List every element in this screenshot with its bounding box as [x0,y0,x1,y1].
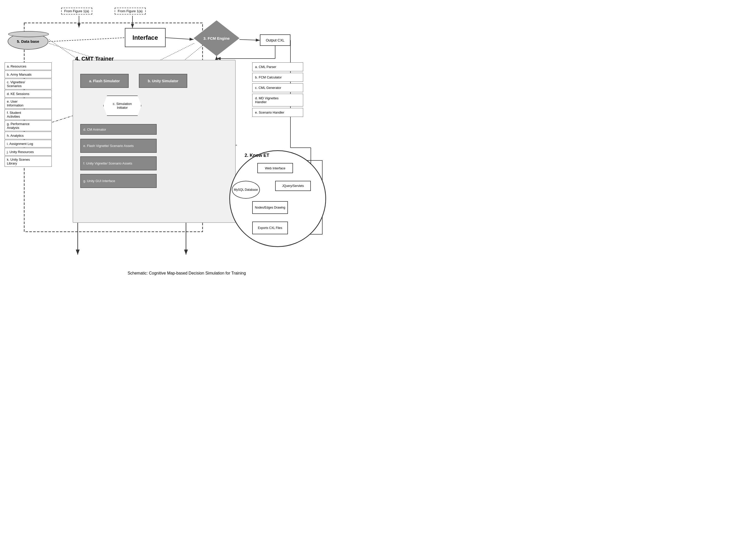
mysql-circle: MySQL Database [232,181,260,198]
web-interface-box: Web Interface [257,163,293,173]
jquery-box: JQuery/Servlets [275,181,311,191]
list-item-analytics: h. Analytics [5,132,52,139]
list-item-ke-sessions: d. KE Sessions [5,90,52,98]
list-item-vignettes: c. Vignettes/Scenarios [5,79,52,89]
output-cxl-box: Output CXL [260,34,290,46]
from-figure-right: From Figure 1(a) [114,8,146,15]
svg-line-5 [165,38,194,39]
right-list-md-vignettes: d. MD VignettesHandler [252,94,303,106]
svg-line-4 [49,38,125,42]
right-list-fcm-calculator: b. FCM Calculator [252,73,303,82]
interface-box: Interface [125,28,165,47]
list-item-unity-scenes: k. Unity ScenesLibrary [5,156,52,167]
cm-animator-box: d. CM Animator [80,124,157,135]
database-shape: 5. Data base [8,33,48,50]
flash-vignette-box: e. Flash Vignette/ Scenario Assets [80,139,157,153]
list-item-resources: a. Resources [5,62,52,70]
unity-simulator-box: b. Unity Simulator [139,74,187,88]
list-item-user-info: e. UserInformation [5,98,52,109]
cmt-trainer-label: 4. CMT Trainer [75,55,114,62]
right-list-cml-generator: c. CML Generator [252,83,303,92]
svg-line-6 [239,39,260,40]
list-item-unity-resources: j. Unity Resources [5,148,52,156]
left-list: a. Resources b. Army Manuals c. Vignette… [5,62,52,167]
diagram-caption: Schematic: Cognitive Map-based Decision … [0,271,374,275]
diagram-container: From Figure 1(a) From Figure 1(a) 5. Dat… [0,0,374,280]
list-item-army-manuals: b. Army Manuals [5,71,52,78]
fcm-engine-diamond: 3. FCM Engine [194,20,239,56]
right-list: a. CML Parser b. FCM Calculator c. CML G… [252,62,303,118]
right-list-scenario-handler: e. Scenario Handler [252,108,303,117]
database-label: 5. Data base [17,39,39,44]
list-item-student-activities: f. StudentActivities [5,109,52,120]
from-figure-left: From Figure 1(a) [61,8,92,15]
unity-vignette-box: f. Unity Vignette/ Scenario Assets [80,156,157,170]
exports-cxl-box: Exports CXL Files [252,221,288,234]
simulation-initiator-box: c. Simulation Initiator [103,96,141,116]
unity-gui-box: g. Unity GUI Interface [80,174,157,188]
nodes-edges-box: Nodes/Edges Drawing [252,201,288,214]
list-item-performance: g. PerformanceAnalysis [5,121,52,131]
list-item-assignment-log: i. Assignment Log [5,140,52,148]
know-et-label: 2. Know ET [244,153,269,158]
right-list-cml-parser: a. CML Parser [252,62,303,71]
flash-simulator-box: a. Flash Simulator [80,74,129,88]
